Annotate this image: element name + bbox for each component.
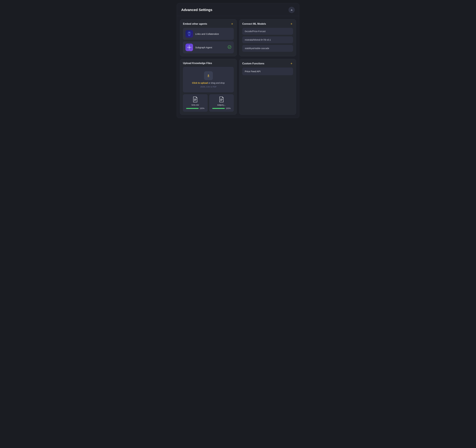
- agent-item-links[interactable]: Links and Collateralize: [183, 28, 234, 40]
- file-item-0[interactable]: txns.csv 100%: [183, 94, 208, 112]
- connect-ml-header: Connect ML Models +: [242, 22, 293, 26]
- upload-knowledge-panel: Upload Knowledge Files Click to upload o…: [180, 59, 237, 115]
- file-icon-1: [219, 97, 224, 103]
- agent-avatar-subgraph: [186, 44, 193, 51]
- upload-text: Click to upload or drag and drop: [192, 82, 225, 84]
- upload-subtext: JSON, CSV or PDF: [200, 86, 217, 88]
- custom-fn-item-0[interactable]: Price Feed API: [242, 68, 293, 75]
- add-function-button[interactable]: +: [290, 62, 293, 65]
- file-name-0: txns.csv: [192, 104, 199, 106]
- svg-point-4: [189, 33, 189, 33]
- ml-item-2[interactable]: stabilityai/stable-cascade: [242, 45, 293, 52]
- page-title: Advanced Settings: [181, 8, 212, 12]
- file-icon-0: [193, 97, 198, 103]
- jellyfish-icon: [187, 31, 192, 37]
- ml-item-1[interactable]: mistralai/Mixtral-8×7B-v0.1: [242, 36, 293, 43]
- progress-percent-0: 100%: [200, 107, 204, 109]
- custom-functions-panel: Custom Functions + Price Feed API: [239, 59, 296, 115]
- subgraph-icon: [187, 45, 192, 50]
- upload-knowledge-title: Upload Knowledge Files: [183, 62, 212, 65]
- ml-item-0[interactable]: 0xcode/Price-Forcast: [242, 28, 293, 35]
- upload-knowledge-header: Upload Knowledge Files: [183, 62, 234, 65]
- embed-agents-header: Embed other agents +: [183, 22, 234, 26]
- embed-agents-title: Embed other agents: [183, 23, 207, 25]
- file-item-1[interactable]: output.j... 100%: [209, 94, 234, 112]
- progress-fill-1: [212, 108, 225, 109]
- embed-agents-panel: Embed other agents +: [180, 19, 237, 56]
- chevron-up-icon: [291, 9, 293, 11]
- custom-functions-title: Custom Functions: [242, 62, 264, 65]
- file-name-1: output.j...: [217, 104, 226, 106]
- add-ml-button[interactable]: +: [290, 22, 293, 26]
- upload-rest-text: or drag and drop: [208, 82, 225, 84]
- file-progress-0: 100%: [186, 107, 204, 109]
- files-row: txns.csv 100%: [183, 94, 234, 112]
- check-icon: [228, 45, 231, 50]
- agent-name-subgraph: Subgraph Agent: [195, 46, 226, 49]
- progress-fill-0: [186, 108, 199, 109]
- collapse-button[interactable]: [289, 7, 295, 13]
- agent-item-subgraph[interactable]: Subgraph Agent: [183, 41, 234, 53]
- upload-icon: [206, 74, 211, 78]
- connect-ml-panel: Connect ML Models + 0xcode/Price-Forcast…: [239, 19, 296, 56]
- file-progress-1: 100%: [212, 107, 231, 109]
- progress-bar-1: [212, 108, 225, 109]
- header: Advanced Settings: [177, 3, 299, 16]
- main-grid: Embed other agents +: [177, 16, 299, 118]
- advanced-settings-container: Advanced Settings Embed other agents +: [177, 3, 299, 118]
- progress-bar-0: [186, 108, 199, 109]
- upload-dropzone[interactable]: Click to upload or drag and drop JSON, C…: [183, 67, 234, 92]
- progress-percent-1: 100%: [226, 107, 231, 109]
- add-agent-button[interactable]: +: [230, 22, 234, 26]
- connect-ml-title: Connect ML Models: [242, 23, 266, 25]
- upload-click-text[interactable]: Click to upload: [192, 82, 208, 84]
- custom-functions-header: Custom Functions +: [242, 62, 293, 65]
- agent-name-links: Links and Collateralize: [195, 33, 231, 35]
- svg-point-5: [190, 33, 190, 33]
- agent-avatar-links: [186, 30, 193, 38]
- svg-point-8: [189, 47, 190, 48]
- upload-icon-wrapper: [204, 71, 213, 80]
